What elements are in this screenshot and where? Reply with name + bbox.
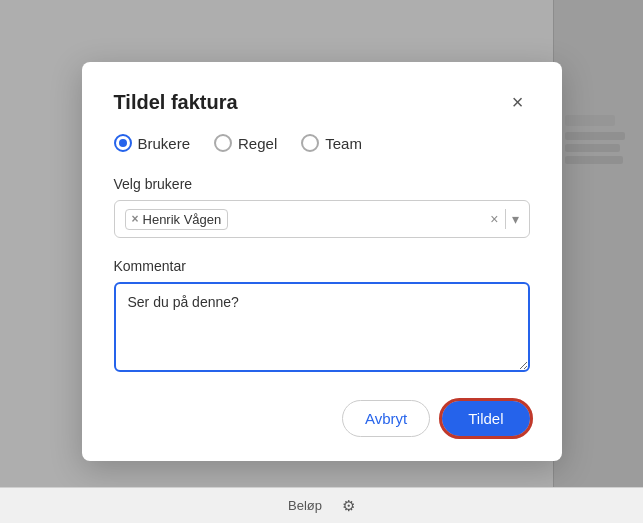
chevron-down-icon[interactable]: ▾ [512,211,519,227]
user-select-field[interactable]: × Henrik Vågen × ▾ [114,200,530,238]
comment-textarea[interactable]: Ser du på denne? [114,282,530,372]
radio-label-brukere: Brukere [138,135,191,152]
radio-regel[interactable] [214,134,232,152]
comment-label: Kommentar [114,258,530,274]
selected-user-tag: × Henrik Vågen [125,209,229,230]
selected-user-name: Henrik Vågen [143,212,222,227]
submit-button[interactable]: Tildel [442,401,529,436]
radio-label-regel: Regel [238,135,277,152]
radio-brukere[interactable] [114,134,132,152]
assignment-type-radio-group: Brukere Regel Team [114,134,530,152]
close-button[interactable]: × [506,90,530,114]
dialog-title: Tildel faktura [114,91,238,114]
dialog-overlay: Tildel faktura × Brukere Regel Team Velg… [0,0,643,523]
dialog-footer: Avbryt Tildel [114,400,530,437]
tag-remove-icon[interactable]: × [132,212,139,226]
select-left: × Henrik Vågen [125,209,491,230]
radio-option-team[interactable]: Team [301,134,362,152]
radio-option-brukere[interactable]: Brukere [114,134,191,152]
bottom-bar: Beløp ⚙ [0,487,643,523]
select-controls: × ▾ [490,209,518,229]
gear-icon[interactable]: ⚙ [342,497,355,515]
select-users-label: Velg brukere [114,176,530,192]
beløp-label: Beløp [288,498,322,513]
cancel-button[interactable]: Avbryt [342,400,430,437]
assign-invoice-dialog: Tildel faktura × Brukere Regel Team Velg… [82,62,562,461]
radio-option-regel[interactable]: Regel [214,134,277,152]
dialog-header: Tildel faktura × [114,90,530,114]
radio-team[interactable] [301,134,319,152]
radio-label-team: Team [325,135,362,152]
clear-select-icon[interactable]: × [490,211,498,227]
select-divider [505,209,506,229]
